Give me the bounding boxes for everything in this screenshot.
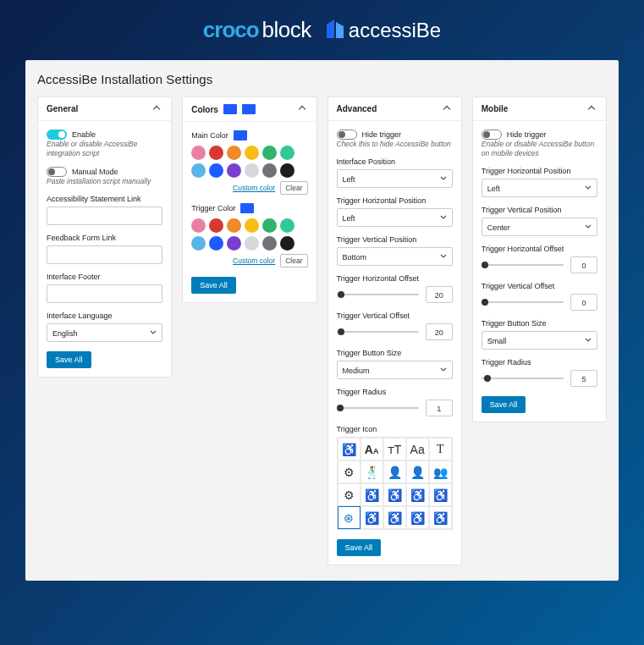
th-off-label: Trigger Horizontal Offset: [337, 274, 453, 283]
m-th-off-slider[interactable]: [482, 264, 564, 266]
language-select[interactable]: English: [47, 323, 162, 342]
accessibility-link-input[interactable]: [47, 207, 162, 225]
icon-wheelchair7[interactable]: ♿: [406, 506, 429, 529]
icon-text-size[interactable]: ᴛT: [383, 438, 406, 460]
clear-button[interactable]: Clear: [280, 254, 307, 267]
radius-slider[interactable]: [337, 407, 419, 409]
colors-header[interactable]: Colors: [183, 97, 316, 122]
th-pos-label: Trigger Horizontal Position: [337, 196, 453, 205]
clear-button[interactable]: Clear: [280, 181, 307, 195]
swatch[interactable]: [191, 146, 206, 160]
swatch[interactable]: [280, 218, 294, 233]
icon-text[interactable]: T: [429, 438, 452, 460]
swatch[interactable]: [262, 218, 277, 233]
trigger-color-chip[interactable]: [240, 203, 254, 213]
icon-wheelchair-heart[interactable]: ♿: [406, 483, 429, 506]
m-size-label: Trigger Button Size: [482, 319, 597, 328]
swatch[interactable]: [262, 163, 277, 178]
swatch[interactable]: [245, 218, 259, 233]
icon-person[interactable]: 👤: [383, 460, 406, 483]
icon-wheelchair3[interactable]: ♿: [383, 483, 406, 506]
main-color-chip[interactable]: [234, 130, 247, 141]
custom-color-link[interactable]: Custom color: [233, 184, 275, 192]
m-tv-pos-select[interactable]: Center: [482, 218, 597, 236]
advanced-save-button[interactable]: Save All: [337, 539, 382, 556]
swatch[interactable]: [262, 236, 277, 251]
icon-wheelchair6[interactable]: ♿: [383, 506, 406, 529]
swatch[interactable]: [280, 146, 294, 160]
swatch[interactable]: [191, 236, 206, 251]
swatch[interactable]: [209, 163, 223, 178]
m-radius-slider[interactable]: [482, 378, 564, 379]
m-th-off-value[interactable]: 0: [570, 256, 597, 273]
icon-wheelchair5[interactable]: ♿: [361, 506, 383, 529]
feedback-link-input[interactable]: [47, 245, 162, 264]
interface-position-select[interactable]: Left: [337, 169, 453, 188]
icon-user[interactable]: 👤: [406, 460, 429, 483]
icon-wheelchair4[interactable]: ♿: [429, 483, 452, 506]
th-pos-select[interactable]: Left: [337, 208, 453, 227]
m-size-select[interactable]: Small: [482, 331, 597, 350]
icon-gear2[interactable]: ⚙: [338, 483, 361, 506]
enable-toggle[interactable]: [47, 130, 67, 140]
general-heading: General: [47, 104, 78, 113]
swatch[interactable]: [227, 236, 241, 251]
swatch[interactable]: [280, 236, 294, 251]
swatch[interactable]: [191, 163, 206, 178]
m-th-pos-select[interactable]: Left: [482, 179, 597, 197]
hide-trigger-toggle[interactable]: [337, 130, 357, 140]
m-tv-pos-label: Trigger Vertical Position: [482, 206, 597, 214]
swatch[interactable]: [209, 236, 223, 251]
icon-users[interactable]: 👥: [429, 460, 452, 483]
page-title: AccessiBe Installation Settings: [37, 72, 607, 86]
colors-save-button[interactable]: Save All: [191, 277, 236, 294]
size-select[interactable]: Medium: [337, 361, 453, 379]
icon-accessibility-circle[interactable]: ⊛: [338, 506, 361, 529]
mobile-save-button[interactable]: Save All: [482, 396, 526, 413]
general-save-button[interactable]: Save All: [47, 351, 91, 368]
chevron-up-icon: [300, 105, 308, 113]
icon-wheelchair2[interactable]: ♿: [361, 483, 383, 506]
icon-person-arms[interactable]: 🕺: [361, 460, 383, 483]
icon-aa[interactable]: Aa: [406, 438, 429, 460]
header-logos: crocoblock accessiBe: [25, 17, 619, 43]
th-off-value[interactable]: 20: [426, 286, 453, 303]
swatch[interactable]: [209, 218, 223, 233]
swatch[interactable]: [209, 146, 223, 160]
icon-gear[interactable]: ⚙: [338, 460, 361, 483]
radius-value[interactable]: 1: [426, 400, 453, 416]
m-tv-off-slider[interactable]: [482, 301, 564, 303]
swatch[interactable]: [227, 146, 241, 160]
m-tv-off-value[interactable]: 0: [570, 294, 597, 311]
tv-off-value[interactable]: 20: [426, 323, 453, 340]
m-radius-value[interactable]: 5: [570, 370, 597, 387]
icon-label: Trigger Icon: [337, 425, 453, 433]
swatch[interactable]: [262, 146, 277, 160]
manual-toggle[interactable]: [47, 167, 67, 177]
tv-pos-select[interactable]: Bottom: [337, 247, 453, 266]
accessibe-mark-icon: [327, 19, 344, 41]
th-off-slider[interactable]: [337, 294, 419, 295]
swatch[interactable]: [245, 236, 259, 251]
mobile-hide-toggle[interactable]: [482, 130, 502, 140]
general-header[interactable]: General: [38, 97, 171, 121]
tv-off-slider[interactable]: [337, 331, 419, 333]
accessibe-logo: accessiBe: [327, 19, 441, 42]
footer-input[interactable]: [47, 284, 162, 303]
manual-label: Manual Mode: [72, 168, 118, 176]
icon-wheelchair8[interactable]: ♿: [429, 506, 452, 529]
swatch[interactable]: [245, 146, 259, 160]
swatch[interactable]: [227, 163, 241, 178]
icon-letters[interactable]: AA: [361, 438, 383, 460]
icon-wheelchair[interactable]: ♿: [338, 438, 361, 460]
swatch[interactable]: [191, 218, 206, 233]
swatch[interactable]: [227, 218, 241, 233]
main-color-swatches: [191, 146, 307, 178]
advanced-header[interactable]: Advanced: [328, 97, 461, 121]
swatch[interactable]: [280, 163, 294, 178]
mobile-header[interactable]: Mobile: [473, 97, 606, 121]
m-radius-label: Trigger Radius: [482, 358, 597, 367]
custom-color-link[interactable]: Custom color: [233, 256, 275, 265]
advanced-heading: Advanced: [337, 104, 377, 113]
swatch[interactable]: [245, 163, 259, 178]
